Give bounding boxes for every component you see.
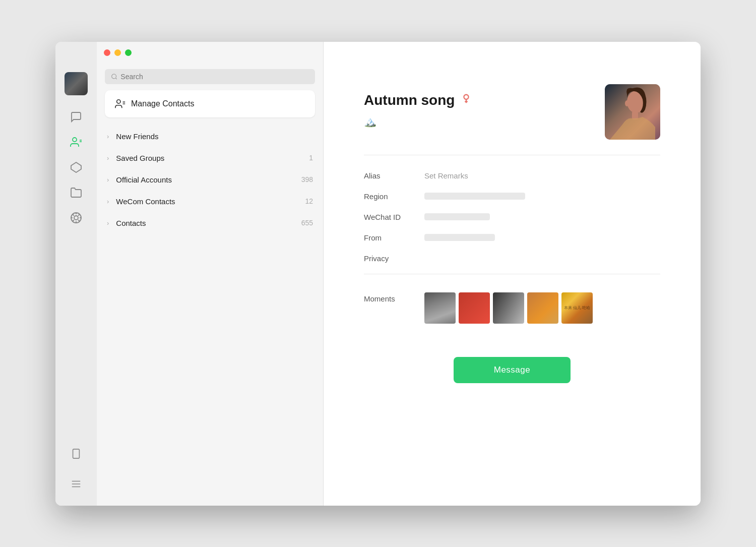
moments-label: Moments xyxy=(364,292,424,303)
chevron-right-icon: › xyxy=(107,133,109,140)
manage-contacts-button[interactable]: Manage Contacts xyxy=(105,90,315,117)
profile-name: Autumn song xyxy=(364,92,455,108)
profile-avatar xyxy=(605,84,660,140)
svg-line-6 xyxy=(73,214,74,215)
main-content: Autumn song 🏔️ xyxy=(324,42,701,506)
svg-point-24 xyxy=(464,94,469,99)
moment-photo-5[interactable]: 本来 仙儿 吃哈 xyxy=(561,292,593,324)
sidebar-item-contacts[interactable] xyxy=(65,131,88,154)
profile-area: Autumn song 🏔️ xyxy=(324,64,701,398)
svg-marker-3 xyxy=(71,162,81,172)
contacts-label: Contacts xyxy=(116,219,296,227)
status-emoji: 🏔️ xyxy=(364,115,472,128)
moments-photos: 本来 仙儿 吃哈 xyxy=(424,292,593,324)
list-item-saved-groups[interactable]: › Saved Groups 1 xyxy=(97,147,323,169)
chevron-right-icon: › xyxy=(107,198,109,205)
info-row-alias: Alias Set Remarks xyxy=(364,165,660,186)
message-button-area: Message xyxy=(364,357,660,383)
chevron-right-icon: › xyxy=(107,176,109,184)
privacy-label: Privacy xyxy=(364,254,424,263)
sidebar-item-files[interactable] xyxy=(65,181,88,204)
profile-header: Autumn song 🏔️ xyxy=(364,84,660,140)
chevron-right-icon: › xyxy=(107,154,109,162)
list-item-wecom-contacts[interactable]: › WeCom Contacts 12 xyxy=(97,191,323,212)
close-button[interactable] xyxy=(104,49,110,56)
zoom-button[interactable] xyxy=(125,49,132,56)
info-table: Alias Set Remarks Region WeChat ID From … xyxy=(364,165,660,269)
info-row-region: Region xyxy=(364,186,660,207)
person-lines-icon xyxy=(115,98,126,109)
svg-line-7 xyxy=(78,220,80,221)
gender-icon xyxy=(461,93,472,107)
list-item-official-accounts[interactable]: › Official Accounts 398 xyxy=(97,169,323,191)
svg-rect-14 xyxy=(73,449,80,458)
alias-label: Alias xyxy=(364,171,424,180)
contact-list: › New Friends › Saved Groups 1 › Officia… xyxy=(97,121,323,506)
wechatid-label: WeChat ID xyxy=(364,213,424,221)
wecom-contacts-count: 12 xyxy=(305,197,313,205)
svg-point-0 xyxy=(73,138,77,142)
region-label: Region xyxy=(364,192,424,201)
svg-point-21 xyxy=(117,99,120,103)
sidebar-item-chat[interactable] xyxy=(65,105,88,129)
svg-line-8 xyxy=(73,220,74,221)
profile-name-row: Autumn song xyxy=(364,92,472,108)
from-label: From xyxy=(364,233,424,242)
search-bar[interactable] xyxy=(105,69,315,84)
svg-line-20 xyxy=(115,78,116,79)
sidebar-item-menu[interactable] xyxy=(65,472,88,496)
official-accounts-label: Official Accounts xyxy=(116,175,296,184)
svg-point-5 xyxy=(74,216,78,220)
moments-section: Moments 本来 仙儿 吃哈 xyxy=(364,284,660,332)
svg-line-9 xyxy=(78,214,80,215)
svg-point-19 xyxy=(112,74,116,79)
minimize-button[interactable] xyxy=(114,49,121,56)
divider-2 xyxy=(364,274,660,274)
alias-value[interactable]: Set Remarks xyxy=(424,171,468,180)
moment-photo-4[interactable] xyxy=(527,292,558,324)
new-friends-label: New Friends xyxy=(116,132,308,141)
sidebar-item-miniprogram[interactable] xyxy=(65,156,88,179)
divider-1 xyxy=(364,155,660,155)
info-row-from: From xyxy=(364,227,660,248)
info-row-privacy: Privacy xyxy=(364,248,660,269)
message-button[interactable]: Message xyxy=(454,357,571,383)
from-placeholder xyxy=(424,234,495,241)
sidebar-item-mobile[interactable] xyxy=(65,442,88,465)
wecom-contacts-label: WeCom Contacts xyxy=(116,197,300,206)
svg-point-30 xyxy=(625,100,629,106)
chevron-right-icon: › xyxy=(107,219,109,227)
official-accounts-count: 398 xyxy=(301,175,313,184)
wechatid-placeholder xyxy=(424,213,490,220)
saved-groups-count: 1 xyxy=(309,154,313,162)
sidebar xyxy=(55,42,97,506)
sidebar-item-camera[interactable] xyxy=(65,206,88,229)
saved-groups-label: Saved Groups xyxy=(116,154,304,162)
search-input[interactable] xyxy=(120,73,309,81)
search-icon xyxy=(111,73,117,80)
contact-panel: Manage Contacts › New Friends › Saved Gr… xyxy=(97,42,324,506)
list-item-new-friends[interactable]: › New Friends xyxy=(97,126,323,147)
moment-photo-1[interactable] xyxy=(424,292,456,324)
moment-photo-3[interactable] xyxy=(493,292,524,324)
manage-contacts-label: Manage Contacts xyxy=(131,99,194,108)
list-item-contacts[interactable]: › Contacts 655 xyxy=(97,212,323,234)
info-row-wechatid: WeChat ID xyxy=(364,207,660,227)
contacts-count: 655 xyxy=(301,219,313,227)
sidebar-bottom xyxy=(65,442,88,496)
avatar[interactable] xyxy=(65,72,88,95)
moment-photo-2[interactable] xyxy=(459,292,490,324)
region-placeholder xyxy=(424,193,525,200)
